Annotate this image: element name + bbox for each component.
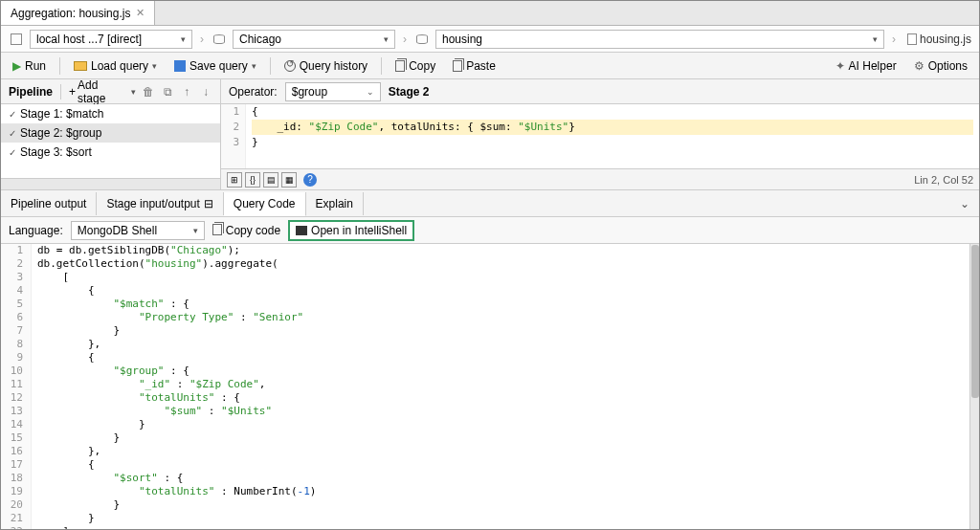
gear-icon: ⚙ [914, 59, 924, 73]
chevron-down-icon: ▾ [152, 61, 157, 71]
check-icon: ✓ [9, 128, 16, 139]
terminal-icon [296, 226, 307, 235]
editor-tab-label: Aggregation: housing.js [11, 7, 130, 20]
stage-pane: Operator: $group ⌄ Stage 2 123 { _id: "$… [221, 79, 979, 189]
collapse-panel-button[interactable]: ⌄ [950, 193, 979, 214]
pipeline-list: ✓Stage 1: $match ✓Stage 2: $group ✓Stage… [1, 104, 220, 178]
collection-icon [414, 32, 430, 47]
breadcrumb-sep: › [890, 33, 898, 46]
tab-explain[interactable]: Explain [306, 192, 364, 215]
close-icon[interactable]: ✕ [136, 7, 145, 19]
breadcrumb: local host ...7 [direct] ▾ › Chicago ▾ ›… [1, 26, 979, 53]
chevron-down-icon: ▾ [252, 61, 256, 71]
stage-editor[interactable]: 123 { _id: "$Zip Code", totalUnits: { $s… [221, 104, 979, 168]
breadcrumb-sep: › [198, 33, 206, 46]
connection-value: local host ...7 [direct] [36, 33, 142, 46]
stage-header: Operator: $group ⌄ Stage 2 [221, 79, 979, 104]
folder-icon [74, 61, 87, 71]
line-gutter: 123 [221, 104, 246, 168]
paste-icon [453, 60, 462, 72]
check-icon: ✓ [9, 147, 16, 158]
scrollbar-thumb[interactable] [971, 245, 979, 398]
check-icon: ✓ [9, 109, 16, 120]
stage-io-icon: ⊟ [204, 197, 213, 210]
copy-code-button[interactable]: Copy code [212, 224, 280, 237]
connection-select[interactable]: local host ...7 [direct] ▾ [30, 30, 192, 49]
server-icon [9, 32, 24, 47]
chevron-down-icon: ⌄ [367, 87, 374, 97]
stage-label: Stage 2 [389, 85, 430, 99]
file-link[interactable]: housing.js [907, 33, 971, 46]
options-button[interactable]: ⚙Options [910, 57, 971, 75]
view-json-icon[interactable]: {} [245, 172, 260, 188]
stage-footer: ⊞ {} ▤ ▦ ? Lin 2, Col 52 [221, 168, 979, 189]
copy-icon [395, 60, 405, 72]
pipeline-header: Pipeline + Add stage ▾ 🗑 ⧉ ↑ ↓ [1, 79, 220, 104]
query-code-text[interactable]: db = db.getSiblingDB("Chicago"); db.getC… [32, 244, 969, 530]
add-stage-button[interactable]: + Add stage ▾ [69, 78, 136, 105]
file-name: housing.js [920, 33, 971, 46]
move-down-button[interactable]: ↓ [199, 85, 212, 99]
language-select[interactable]: MongoDB Shell ▾ [71, 221, 205, 240]
pipeline-pane: Pipeline + Add stage ▾ 🗑 ⧉ ↑ ↓ ✓Stage 1:… [1, 79, 221, 189]
main-toolbar: ▶Run Load query▾ Save query▾ Query histo… [1, 53, 979, 79]
move-up-button[interactable]: ↑ [180, 85, 193, 99]
paste-button[interactable]: Paste [449, 57, 500, 75]
query-history-button[interactable]: Query history [280, 57, 371, 75]
database-icon [212, 32, 227, 47]
database-value: Chicago [239, 33, 281, 46]
save-icon [174, 60, 186, 72]
editor-tab[interactable]: Aggregation: housing.js ✕ [1, 1, 155, 25]
ai-icon: ✦ [835, 59, 845, 73]
copy-icon [212, 224, 222, 235]
scrollbar[interactable] [1, 178, 220, 189]
breadcrumb-sep: › [401, 33, 409, 46]
tab-stage-io[interactable]: Stage input/output⊟ [97, 192, 223, 215]
language-label: Language: [9, 224, 63, 237]
copy-button[interactable]: Copy [391, 57, 439, 75]
pipeline-title: Pipeline [9, 85, 53, 99]
bottom-tabs: Pipeline output Stage input/output⊟ Quer… [1, 190, 979, 217]
scrollbar[interactable] [969, 244, 979, 530]
run-button[interactable]: ▶Run [9, 57, 50, 75]
chevron-down-icon: ▾ [384, 34, 389, 44]
query-code-pane: 1234567891011121314151617181920212223242… [1, 244, 979, 530]
collection-value: housing [442, 33, 482, 46]
stage-item[interactable]: ✓Stage 3: $sort [1, 143, 220, 162]
history-icon [284, 60, 296, 72]
open-intellishell-button[interactable]: Open in IntelliShell [288, 220, 414, 241]
code-gutter: 1234567891011121314151617181920212223242… [1, 244, 32, 530]
stage-item[interactable]: ✓Stage 1: $match [1, 104, 220, 123]
document-icon [907, 33, 917, 45]
stage-code[interactable]: { _id: "$Zip Code", totalUnits: { $sum: … [246, 104, 979, 168]
chevron-down-icon: ▾ [873, 34, 878, 44]
chevron-down-icon: ▾ [193, 226, 198, 235]
cursor-status: Lin 2, Col 52 [914, 174, 973, 186]
tab-pipeline-output[interactable]: Pipeline output [1, 192, 97, 215]
operator-select[interactable]: $group ⌄ [285, 82, 381, 101]
view-sql-icon[interactable]: ▦ [281, 172, 297, 188]
help-icon[interactable]: ? [303, 173, 317, 187]
collection-select[interactable]: housing ▾ [435, 30, 884, 49]
chevron-down-icon: ▾ [131, 87, 136, 97]
ai-helper-button[interactable]: ✦AI Helper [832, 57, 901, 75]
play-icon: ▶ [12, 59, 21, 73]
chevron-down-icon: ▾ [181, 34, 186, 44]
tab-bar: Aggregation: housing.js ✕ [1, 1, 979, 26]
stage-item[interactable]: ✓Stage 2: $group [1, 123, 220, 143]
view-table-icon[interactable]: ▤ [263, 172, 278, 188]
operator-label: Operator: [229, 85, 278, 99]
database-select[interactable]: Chicago ▾ [233, 30, 395, 49]
tab-query-code[interactable]: Query Code [224, 192, 306, 216]
view-tree-icon[interactable]: ⊞ [227, 172, 242, 188]
duplicate-stage-button[interactable]: ⧉ [161, 85, 174, 99]
delete-stage-button[interactable]: 🗑 [142, 85, 155, 99]
query-code-bar: Language: MongoDB Shell ▾ Copy code Open… [1, 217, 979, 244]
load-query-button[interactable]: Load query▾ [70, 57, 161, 75]
save-query-button[interactable]: Save query▾ [170, 57, 260, 75]
